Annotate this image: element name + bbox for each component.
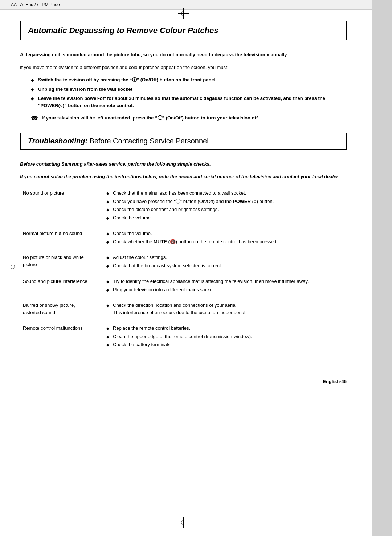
crosshair-bottom: [178, 517, 189, 528]
bullet-item-2: Unplug the television from the wall sock…: [31, 86, 347, 93]
footer: English-45: [0, 375, 372, 388]
crosshair-left: [7, 261, 18, 272]
problem-2: Normal picture but no sound: [20, 226, 103, 250]
solution-4-2: Plug your television into a different ma…: [106, 286, 344, 293]
note-text: If your television will be left unattend…: [42, 114, 259, 122]
bullet-item-3: Leave the television power-off for about…: [31, 95, 347, 109]
bullet-item-1: Switch the television off by pressing th…: [31, 76, 347, 84]
troubleshoot-title-box: Troubleshooting: Before Contacting Servi…: [20, 133, 347, 150]
note-item: ☎ If your television will be left unatte…: [31, 114, 347, 122]
degaussing-bullet-list: Switch the television off by pressing th…: [31, 76, 347, 109]
solution-5-1: Check the direction, location and connec…: [106, 302, 344, 316]
troubleshoot-table: No sound or picture Check that the mains…: [20, 186, 347, 353]
problem-4: Sound and picture interference: [20, 274, 103, 298]
header-bar: AA - A- Eng / / : PM Page: [0, 0, 392, 10]
troubleshoot-intro1: Before contacting Samsung after-sales se…: [20, 161, 347, 168]
solutions-6: Replace the remote control batteries. Cl…: [103, 321, 347, 353]
solutions-4: Try to identify the electrical appliance…: [103, 274, 347, 298]
table-row-1: No sound or picture Check that the mains…: [20, 186, 347, 226]
solution-4-1: Try to identify the electrical appliance…: [106, 278, 344, 285]
table-row-2: Normal picture but no sound Check the vo…: [20, 226, 347, 250]
troubleshoot-title-normal: Before Contacting Service Personnel: [87, 137, 209, 145]
bullet-1-text: Switch the television off by pressing th…: [38, 77, 215, 82]
footer-text: English-45: [323, 379, 347, 384]
troubleshoot-title-bold: Troubleshooting:: [28, 137, 87, 145]
solution-1-3: Check the picture contrast and brightnes…: [106, 206, 344, 213]
note-icon: ☎: [31, 115, 38, 122]
solutions-1: Check that the mains lead has been conne…: [103, 186, 347, 226]
problem-1: No sound or picture: [20, 186, 103, 226]
main-content: Automatic Degaussing to Remove Colour Pa…: [0, 10, 372, 375]
table-row-6: Remote control malfunctions Replace the …: [20, 321, 347, 353]
solution-1-4: Check the volume.: [106, 214, 344, 222]
problem-6: Remote control malfunctions: [20, 321, 103, 353]
solutions-5: Check the direction, location and connec…: [103, 298, 347, 321]
solution-1-1: Check that the mains lead has been conne…: [106, 190, 344, 197]
solution-2-1: Check the volume.: [106, 230, 344, 237]
solution-3-2: Check that the broadcast system selected…: [106, 262, 344, 269]
degaussing-title-box: Automatic Degaussing to Remove Colour Pa…: [20, 21, 347, 40]
degaussing-intro-text: A degaussing coil is mounted around the …: [20, 52, 288, 57]
bullet-3-text: Leave the television power-off for about…: [38, 96, 325, 108]
solution-6-3: Check the battery terminals.: [106, 341, 344, 348]
right-sidebar: [372, 0, 392, 536]
solution-3-1: Adjust the colour settings.: [106, 254, 344, 261]
bullet-2-text: Unplug the television from the wall sock…: [38, 86, 132, 92]
table-row-5: Blurred or snowy picture,distorted sound…: [20, 298, 347, 321]
solution-6-1: Replace the remote control batteries.: [106, 325, 344, 332]
solution-6-2: Clean the upper edge of the remote contr…: [106, 333, 344, 340]
table-row-4: Sound and picture interference Try to id…: [20, 274, 347, 298]
solution-1-2: Check you have pressed the “ⓘ” button (O…: [106, 198, 344, 205]
solution-2-2: Check whether the MUTE (🔇) button on the…: [106, 238, 344, 245]
solutions-2: Check the volume. Check whether the MUTE…: [103, 226, 347, 250]
header-text: AA - A- Eng / / : PM Page: [11, 2, 60, 7]
degaussing-condition: If you move the television to a differen…: [20, 64, 347, 71]
crosshair-top: [178, 8, 189, 19]
degaussing-title: Automatic Degaussing to Remove Colour Pa…: [28, 26, 339, 35]
table-row-3: No picture or black and white picture Ad…: [20, 250, 347, 274]
solutions-3: Adjust the colour settings. Check that t…: [103, 250, 347, 274]
degaussing-intro: A degaussing coil is mounted around the …: [20, 51, 347, 58]
problem-5: Blurred or snowy picture,distorted sound: [20, 298, 103, 321]
problem-3: No picture or black and white picture: [20, 250, 103, 274]
troubleshoot-intro2: If you cannot solve the problem using th…: [20, 173, 347, 180]
troubleshoot-title: Troubleshooting: Before Contacting Servi…: [28, 137, 339, 145]
page-container: AA - A- Eng / / : PM Page Automatic Dega…: [0, 0, 392, 536]
